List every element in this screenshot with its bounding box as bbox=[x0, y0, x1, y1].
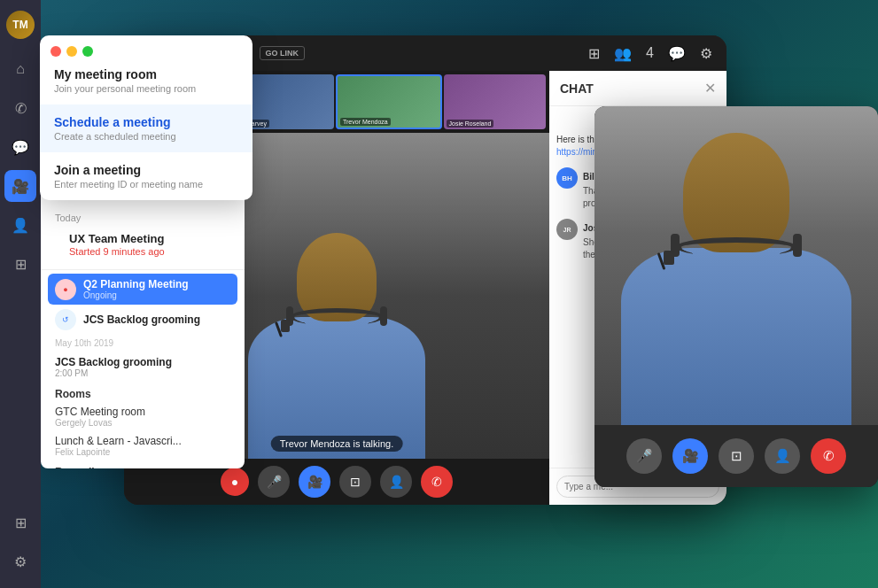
q2-icon: ● bbox=[55, 279, 76, 300]
jcs-name: JCS Backlog grooming bbox=[83, 313, 230, 326]
ux-team-meeting-name: UX Team Meeting bbox=[69, 232, 216, 245]
menu-item-schedule-meeting[interactable]: Schedule a meeting Create a scheduled me… bbox=[40, 104, 253, 152]
chat-title: CHAT bbox=[560, 81, 594, 96]
nav-settings-icon[interactable]: ⚙ bbox=[4, 545, 36, 577]
menu-item-sub-room: Join your personal meeting room bbox=[54, 83, 238, 94]
divider-1 bbox=[41, 269, 245, 270]
more-options-icon[interactable]: ⚙ bbox=[700, 45, 712, 62]
floating-controls: 🎤 🎥 ⊡ 👤 ✆ bbox=[594, 425, 878, 487]
jcs-past-info: JCS Backlog grooming 2:00 PM bbox=[55, 356, 230, 378]
menu-item-sub-schedule: Create a scheduled meeting bbox=[54, 131, 238, 142]
nav-grid-icon[interactable]: ⊞ bbox=[4, 507, 36, 538]
camera-button[interactable]: 🎥 bbox=[299, 466, 330, 498]
participant-count: 4 bbox=[646, 45, 654, 61]
header-icons: ⊞ 👥 4 💬 ⚙ bbox=[588, 45, 712, 62]
participants-icon[interactable]: 👥 bbox=[614, 45, 632, 62]
nav-meetings-icon[interactable]: 🎥 bbox=[4, 170, 36, 202]
gtc-room-organizer: Gergely Lovas bbox=[55, 418, 230, 428]
chat-icon[interactable]: 💬 bbox=[668, 45, 686, 62]
link-badge[interactable]: GO LINK bbox=[260, 46, 306, 60]
meeting-list: ● Q2 Planning Meeting Ongoing ↺ JCS Back… bbox=[41, 274, 245, 468]
thumbnail-trevor-mendoza[interactable]: Trevor Mendoza bbox=[336, 74, 442, 129]
minimize-window-button[interactable] bbox=[66, 46, 77, 57]
float-participants-button[interactable]: 👤 bbox=[765, 438, 800, 474]
q2-info: Q2 Planning Meeting Ongoing bbox=[83, 278, 230, 300]
nav-home-icon[interactable]: ⌂ bbox=[4, 53, 36, 85]
float-end-call-button[interactable]: ✆ bbox=[811, 438, 846, 474]
maximize-window-button[interactable] bbox=[82, 46, 93, 57]
jcs-info: JCS Backlog grooming bbox=[83, 313, 230, 326]
today-section: Today UX Team Meeting Started 9 minutes … bbox=[41, 207, 245, 266]
float-camera-button[interactable]: 🎥 bbox=[672, 438, 708, 474]
q2-status: Ongoing bbox=[83, 290, 230, 300]
nav-contacts-icon[interactable]: 👤 bbox=[4, 209, 36, 241]
close-window-button[interactable] bbox=[51, 46, 61, 57]
add-participant-button[interactable]: 👤 bbox=[380, 466, 412, 498]
jcs-past-name: JCS Backlog grooming bbox=[55, 356, 230, 368]
menu-item-join-meeting[interactable]: Join a meeting Enter meeting ID or meeti… bbox=[40, 152, 253, 200]
grid-view-icon[interactable]: ⊞ bbox=[588, 45, 600, 62]
nav-calls-icon[interactable]: ✆ bbox=[4, 92, 36, 124]
nav-chat-icon[interactable]: 💬 bbox=[4, 131, 36, 163]
gtc-room-name: GTC Meeting room bbox=[55, 406, 230, 418]
jcs-past-time: 2:00 PM bbox=[55, 368, 230, 378]
chat-header: CHAT ✕ bbox=[549, 71, 726, 106]
jcs-icon: ↺ bbox=[55, 309, 76, 330]
recordings-section-title: Recordings bbox=[41, 460, 245, 468]
bill-avatar: BH bbox=[556, 167, 578, 189]
menu-item-my-meeting-room[interactable]: My meeting room Join your personal meeti… bbox=[40, 57, 253, 104]
nav-admin-icon[interactable]: ⊞ bbox=[4, 248, 36, 280]
q2-name: Q2 Planning Meeting bbox=[83, 278, 230, 290]
thumbnail-josie-roseland[interactable]: Josie Roseland bbox=[444, 74, 547, 129]
float-mute-button[interactable]: 🎤 bbox=[626, 438, 662, 474]
thumb-name-trevor: Trevor Mendoza bbox=[340, 118, 391, 126]
menu-item-title-room: My meeting room bbox=[54, 67, 238, 81]
float-screen-button[interactable]: ⊡ bbox=[719, 438, 754, 474]
traffic-lights bbox=[40, 35, 253, 57]
floating-video-main bbox=[594, 106, 878, 425]
record-button[interactable]: ● bbox=[221, 468, 249, 496]
side-navigation: TM ⌂ ✆ 💬 🎥 👤 ⊞ ⊞ ⚙ bbox=[0, 0, 41, 588]
lunch-learn-organizer: Felix Lapointe bbox=[55, 447, 230, 457]
floating-monitor: 🎤 🎥 ⊡ 👤 ✆ bbox=[594, 106, 878, 487]
josie-avatar: JR bbox=[556, 219, 578, 240]
talking-indicator: Trevor Mendoza is talking. bbox=[271, 436, 403, 452]
menu-item-title-schedule: Schedule a meeting bbox=[54, 115, 238, 129]
thumb-name-josie: Josie Roseland bbox=[447, 120, 494, 128]
jcs-backlog-row[interactable]: ↺ JCS Backlog grooming bbox=[41, 305, 245, 335]
date-header: May 10th 2019 bbox=[41, 335, 245, 352]
menu-item-title-join: Join a meeting bbox=[54, 163, 238, 177]
user-avatar[interactable]: TM bbox=[6, 11, 35, 39]
chat-close-button[interactable]: ✕ bbox=[704, 80, 716, 97]
screen-share-button[interactable]: ⊡ bbox=[339, 466, 371, 498]
ux-team-meeting-item[interactable]: UX Team Meeting Started 9 minutes ago bbox=[55, 227, 230, 262]
mute-button[interactable]: 🎤 bbox=[258, 466, 290, 498]
rooms-section-title: Rooms bbox=[41, 383, 245, 402]
lunch-learn-room-item[interactable]: Lunch & Learn - Javascri... Felix Lapoin… bbox=[41, 431, 245, 460]
jcs-past-row[interactable]: JCS Backlog grooming 2:00 PM bbox=[41, 352, 245, 383]
q2-planning-meeting-row[interactable]: ● Q2 Planning Meeting Ongoing bbox=[48, 274, 237, 305]
menu-item-sub-join: Enter meeting ID or meeting name bbox=[54, 179, 238, 190]
ux-team-meeting-status: Started 9 minutes ago bbox=[69, 246, 216, 257]
dropdown-menu: My meeting room Join your personal meeti… bbox=[40, 35, 253, 200]
end-call-button[interactable]: ✆ bbox=[421, 466, 453, 498]
today-label: Today bbox=[55, 213, 230, 223]
lunch-learn-name: Lunch & Learn - Javascri... bbox=[55, 435, 230, 447]
gtc-room-item[interactable]: GTC Meeting room Gergely Lovas bbox=[41, 402, 245, 431]
